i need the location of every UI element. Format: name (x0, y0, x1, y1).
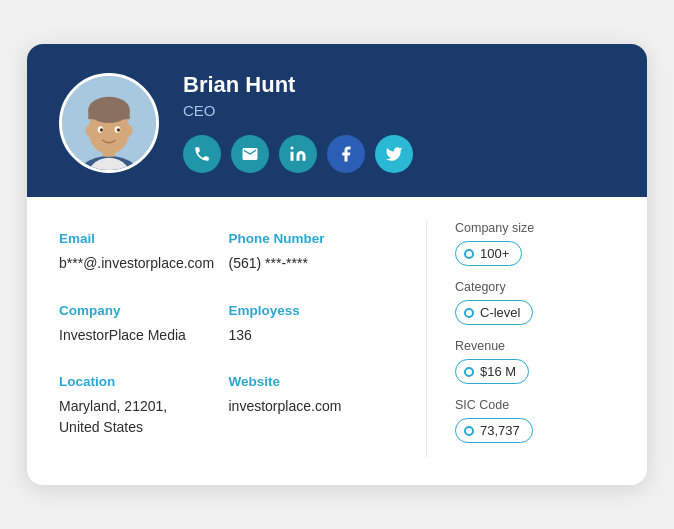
avatar (59, 73, 159, 173)
employees-cell: Employess 136 (229, 293, 399, 365)
company-size-dot (464, 249, 474, 259)
phone-label: Phone Number (229, 231, 399, 246)
email-icon[interactable] (231, 135, 269, 173)
email-value: b***@.investorplace.com (59, 253, 229, 274)
person-name: Brian Hunt (183, 72, 615, 98)
revenue-tag[interactable]: $16 M (455, 359, 529, 384)
location-value: Maryland, 21201,United States (59, 396, 229, 438)
twitter-icon[interactable] (375, 135, 413, 173)
sic-value: 73,737 (480, 423, 520, 438)
revenue-group: Revenue $16 M (455, 339, 615, 384)
facebook-icon[interactable] (327, 135, 365, 173)
revenue-value: $16 M (480, 364, 516, 379)
svg-point-13 (291, 147, 294, 150)
employees-value: 136 (229, 325, 399, 346)
website-label: Website (229, 374, 399, 389)
location-cell: Location Maryland, 21201,United States (59, 364, 229, 457)
svg-point-11 (86, 125, 92, 134)
sic-tag[interactable]: 73,737 (455, 418, 533, 443)
company-cell: Company InvestorPlace Media (59, 293, 229, 365)
header-info: Brian Hunt CEO (183, 72, 615, 173)
location-label: Location (59, 374, 229, 389)
right-panel: Company size 100+ Category C-level Reven… (455, 221, 615, 457)
category-dot (464, 308, 474, 318)
linkedin-icon[interactable] (279, 135, 317, 173)
email-cell: Email b***@.investorplace.com (59, 221, 229, 293)
sic-label: SIC Code (455, 398, 615, 412)
sic-dot (464, 426, 474, 436)
revenue-label: Revenue (455, 339, 615, 353)
sic-group: SIC Code 73,737 (455, 398, 615, 443)
category-group: Category C-level (455, 280, 615, 325)
company-size-label: Company size (455, 221, 615, 235)
vertical-divider (426, 221, 427, 457)
email-label: Email (59, 231, 229, 246)
company-size-value: 100+ (480, 246, 509, 261)
phone-cell: Phone Number (561) ***-**** (229, 221, 399, 293)
category-tag[interactable]: C-level (455, 300, 533, 325)
info-grid: Email b***@.investorplace.com Phone Numb… (59, 221, 398, 457)
person-title: CEO (183, 102, 615, 119)
svg-rect-6 (88, 109, 129, 118)
card-header: Brian Hunt CEO (27, 44, 647, 197)
category-label: Category (455, 280, 615, 294)
profile-card: Brian Hunt CEO (27, 44, 647, 485)
company-size-tag[interactable]: 100+ (455, 241, 522, 266)
company-label: Company (59, 303, 229, 318)
svg-point-10 (117, 128, 120, 131)
svg-point-12 (127, 125, 133, 134)
card-body: Email b***@.investorplace.com Phone Numb… (27, 197, 647, 485)
phone-value: (561) ***-**** (229, 253, 399, 274)
company-value: InvestorPlace Media (59, 325, 229, 346)
website-value: investorplace.com (229, 396, 399, 417)
revenue-dot (464, 367, 474, 377)
category-value: C-level (480, 305, 520, 320)
phone-icon[interactable] (183, 135, 221, 173)
company-size-group: Company size 100+ (455, 221, 615, 266)
social-icons (183, 135, 615, 173)
website-cell: Website investorplace.com (229, 364, 399, 457)
svg-point-9 (100, 128, 103, 131)
employees-label: Employess (229, 303, 399, 318)
